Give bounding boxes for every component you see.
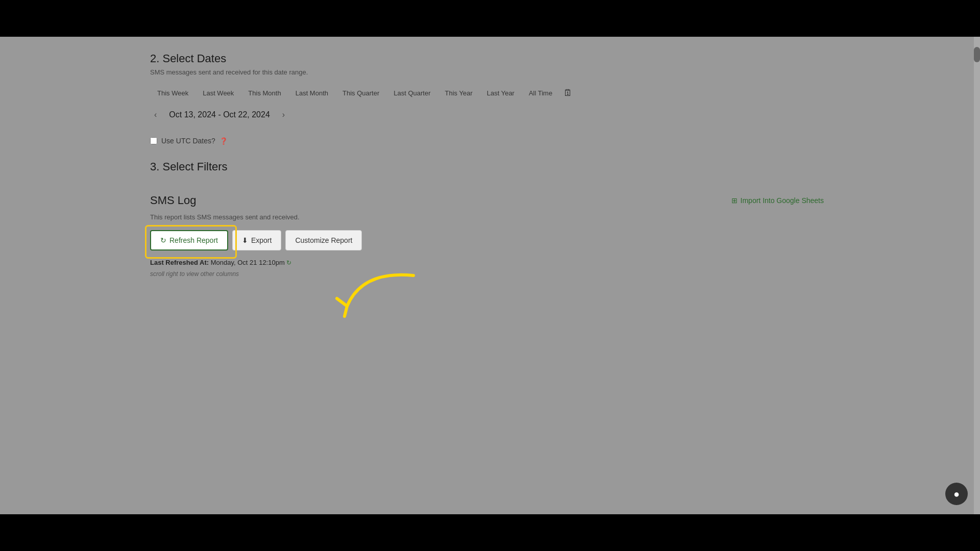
tab-last-quarter[interactable]: Last Quarter [386, 86, 437, 100]
select-dates-subtitle: SMS messages sent and received for this … [150, 68, 824, 76]
sms-log-header: SMS Log ⊞ Import Into Google Sheets [150, 194, 824, 207]
sms-log-section: SMS Log ⊞ Import Into Google Sheets This… [150, 194, 824, 278]
date-tabs: This Week Last Week This Month Last Mont… [150, 86, 824, 100]
calendar-icon[interactable]: 🗓 [564, 88, 573, 98]
select-dates-section: 2. Select Dates SMS messages sent and re… [150, 52, 824, 121]
download-icon: ⬇ [242, 236, 248, 244]
import-google-sheets-link[interactable]: ⊞ Import Into Google Sheets [731, 196, 824, 205]
export-button[interactable]: ⬇ Export [232, 230, 281, 251]
scrollbar[interactable] [974, 37, 980, 514]
tab-this-quarter[interactable]: This Quarter [335, 86, 386, 100]
date-range-display: Oct 13, 2024 - Oct 22, 2024 [169, 110, 270, 119]
tab-last-week[interactable]: Last Week [195, 86, 241, 100]
chat-icon: ● [953, 488, 960, 500]
last-refreshed-label: Last Refreshed At: [150, 259, 209, 266]
tab-last-year[interactable]: Last Year [480, 86, 522, 100]
tab-all-time[interactable]: All Time [522, 86, 559, 100]
grid-icon: ⊞ [731, 196, 738, 205]
import-google-sheets-label: Import Into Google Sheets [741, 196, 824, 205]
sms-log-description: This report lists SMS messages sent and … [150, 213, 824, 221]
refresh-report-button[interactable]: ↻ Refresh Report [150, 230, 228, 251]
customize-report-label: Customize Report [295, 236, 352, 244]
export-label: Export [251, 236, 272, 244]
refresh-small-icon[interactable]: ↻ [286, 259, 291, 266]
date-nav-next[interactable]: › [278, 108, 289, 121]
last-refreshed: Last Refreshed At: Monday, Oct 21 12:10p… [150, 259, 824, 266]
sms-log-title: SMS Log [150, 194, 197, 207]
utc-checkbox[interactable] [150, 137, 157, 144]
action-buttons: ↻ Refresh Report ⬇ Export Customize Repo… [150, 230, 824, 251]
tab-this-year[interactable]: This Year [438, 86, 480, 100]
utc-section: Use UTC Dates? ❓ [150, 137, 824, 145]
date-nav: ‹ Oct 13, 2024 - Oct 22, 2024 › [150, 108, 824, 121]
tab-this-week[interactable]: This Week [150, 86, 195, 100]
select-filters-section: 3. Select Filters [150, 160, 824, 173]
tab-last-month[interactable]: Last Month [288, 86, 335, 100]
date-nav-prev[interactable]: ‹ [150, 108, 161, 121]
scroll-hint: scroll right to view other columns [150, 270, 824, 278]
top-black-bar [0, 0, 980, 37]
utc-label[interactable]: Use UTC Dates? [161, 137, 215, 145]
refresh-icon: ↻ [160, 236, 166, 244]
customize-report-button[interactable]: Customize Report [285, 230, 362, 251]
refresh-report-label: Refresh Report [169, 236, 218, 244]
chat-bubble-button[interactable]: ● [945, 483, 968, 505]
scrollbar-thumb[interactable] [974, 47, 980, 62]
select-dates-title: 2. Select Dates [150, 52, 824, 65]
last-refreshed-value: Monday, Oct 21 12:10pm [211, 259, 285, 266]
utc-help-icon[interactable]: ❓ [219, 137, 228, 145]
bottom-black-bar [0, 514, 980, 551]
main-content: 2. Select Dates SMS messages sent and re… [0, 37, 974, 514]
tab-this-month[interactable]: This Month [241, 86, 288, 100]
select-filters-title: 3. Select Filters [150, 160, 824, 173]
